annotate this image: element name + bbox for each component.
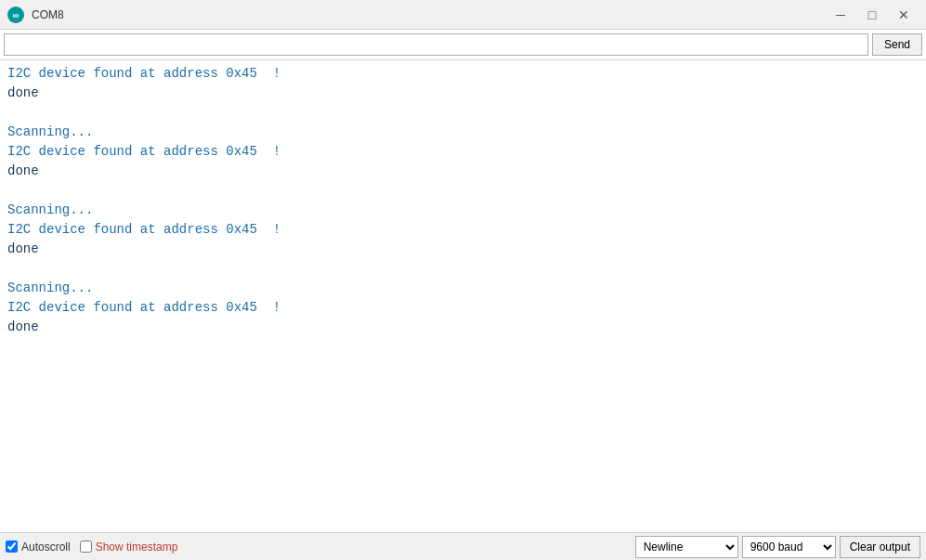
- maximize-button[interactable]: □: [857, 4, 887, 26]
- svg-text:∞: ∞: [12, 10, 19, 20]
- output-line: done: [7, 240, 919, 259]
- window-title: COM8: [32, 8, 64, 21]
- output-line: [7, 181, 919, 201]
- output-line: I2C device found at address 0x45 !: [7, 64, 919, 84]
- title-bar-left: ∞ COM8: [7, 7, 64, 23]
- output-line: [7, 259, 919, 279]
- autoscroll-checkbox[interactable]: [6, 540, 18, 553]
- newline-select[interactable]: No line endingNewlineCarriage returnBoth…: [635, 536, 738, 558]
- output-line: I2C device found at address 0x45 !: [7, 220, 919, 240]
- output-line: Scanning...: [7, 123, 919, 142]
- status-left: Autoscroll Show timestamp: [6, 540, 177, 553]
- output-line: Scanning...: [7, 201, 919, 220]
- input-bar: Send: [0, 30, 926, 60]
- timestamp-text: Show timestamp: [96, 540, 178, 553]
- output-line: [7, 103, 919, 123]
- minimize-button[interactable]: ─: [826, 4, 855, 26]
- title-bar: ∞ COM8 ─ □ ✕: [0, 0, 926, 30]
- clear-output-button[interactable]: Clear output: [840, 536, 920, 558]
- autoscroll-label[interactable]: Autoscroll: [6, 540, 71, 553]
- output-line: Scanning...: [7, 279, 919, 298]
- close-button[interactable]: ✕: [889, 4, 919, 26]
- status-right: No line endingNewlineCarriage returnBoth…: [635, 536, 920, 558]
- output-line: done: [7, 162, 919, 181]
- output-line: done: [7, 84, 919, 103]
- title-bar-controls: ─ □ ✕: [826, 4, 919, 26]
- status-bar: Autoscroll Show timestamp No line ending…: [0, 532, 926, 560]
- output-line: done: [7, 318, 919, 337]
- baud-select[interactable]: 300 baud1200 baud2400 baud4800 baud9600 …: [742, 536, 836, 558]
- timestamp-label[interactable]: Show timestamp: [80, 540, 178, 553]
- serial-input[interactable]: [4, 33, 868, 56]
- arduino-icon: ∞: [7, 7, 24, 23]
- autoscroll-text: Autoscroll: [21, 540, 71, 553]
- output-line: I2C device found at address 0x45 !: [7, 298, 919, 318]
- timestamp-checkbox[interactable]: [80, 540, 92, 553]
- send-button[interactable]: Send: [872, 33, 922, 56]
- output-line: I2C device found at address 0x45 !: [7, 142, 919, 162]
- output-area[interactable]: I2C device found at address 0x45 !doneSc…: [0, 60, 926, 532]
